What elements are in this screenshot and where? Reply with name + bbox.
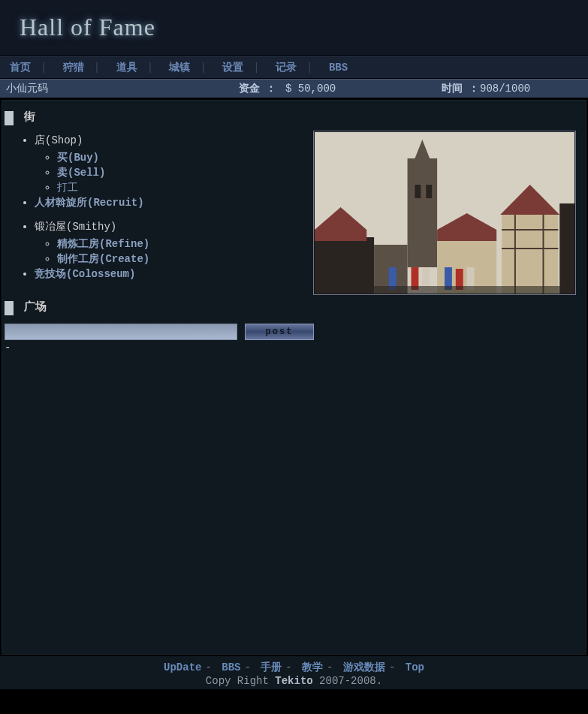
link-colosseum[interactable]: 竞技场(Colosseum) bbox=[35, 268, 135, 280]
nav-town[interactable]: 城镇 bbox=[167, 62, 192, 74]
time-label: 时间 ： bbox=[442, 80, 479, 98]
main-panel: 街 店(Shop) 买(Buy) 卖(Sell) 打工 人材斡旋所(Recrui… bbox=[2, 100, 586, 655]
site-logo: Hall of Fame bbox=[20, 14, 155, 41]
nav-sep: | bbox=[253, 62, 259, 74]
main-nav: 首页| 狩猎| 道具| 城镇| 设置| 记录| BBS bbox=[0, 56, 588, 79]
nav-settings[interactable]: 设置 bbox=[220, 62, 246, 74]
money-label: 资金 ： bbox=[239, 80, 276, 98]
town-image bbox=[313, 131, 576, 295]
list-item: 精炼工房(Refine) bbox=[57, 236, 313, 252]
player-name: 小仙元码 bbox=[6, 80, 48, 98]
svg-rect-15 bbox=[559, 203, 574, 294]
section-street-header: 街 bbox=[5, 110, 583, 126]
nav-record[interactable]: 记录 bbox=[273, 62, 299, 74]
plaza-empty-marker: - bbox=[5, 342, 583, 354]
footer-sep: - bbox=[205, 661, 211, 673]
link-refine[interactable]: 精炼工房(Refine) bbox=[57, 238, 149, 250]
footer: UpDate- BBS- 手册- 教学- 游戏数据- Top Copy Righ… bbox=[0, 656, 588, 689]
plaza-form: post bbox=[5, 324, 583, 340]
footer-link-bbs[interactable]: BBS bbox=[222, 661, 240, 673]
footer-link-gamedata[interactable]: 游戏数据 bbox=[343, 661, 385, 673]
shop-header: 店(Shop) bbox=[35, 134, 83, 146]
svg-rect-2 bbox=[408, 158, 438, 267]
smithy-header: 锻冶屋(Smithy) bbox=[35, 221, 116, 233]
footer-link-manual[interactable]: 手册 bbox=[261, 661, 282, 673]
section-title: 街 bbox=[24, 111, 35, 124]
svg-rect-3 bbox=[415, 185, 421, 198]
nav-sep: | bbox=[147, 62, 153, 74]
list-item: 制作工房(Create) bbox=[57, 252, 313, 267]
section-plaza-header: 广场 bbox=[5, 300, 583, 316]
list-item: 人材斡旋所(Recruit) bbox=[35, 195, 313, 210]
money-value: $ 50,000 bbox=[285, 80, 336, 98]
section-bar-icon bbox=[5, 111, 14, 125]
town-illustration-icon bbox=[315, 132, 574, 294]
list-item: 店(Shop) 买(Buy) 卖(Sell) 打工 bbox=[35, 133, 313, 195]
nav-item[interactable]: 道具 bbox=[114, 62, 140, 74]
list-item: 打工 bbox=[57, 180, 313, 195]
nav-home[interactable]: 首页 bbox=[8, 62, 33, 74]
nav-sep: | bbox=[41, 62, 47, 74]
plaza-message-input[interactable] bbox=[5, 324, 237, 340]
footer-sep: - bbox=[285, 661, 291, 673]
footer-copyright: Copy Right Tekito 2007-2008. bbox=[0, 674, 588, 688]
link-create[interactable]: 制作工房(Create) bbox=[57, 253, 149, 265]
svg-rect-23 bbox=[315, 286, 574, 294]
footer-links: UpDate- BBS- 手册- 教学- 游戏数据- Top bbox=[0, 661, 588, 674]
link-sell[interactable]: 卖(Sell) bbox=[57, 167, 105, 179]
svg-rect-5 bbox=[315, 237, 374, 294]
list-item: 买(Buy) bbox=[57, 150, 313, 165]
footer-link-update[interactable]: UpDate bbox=[164, 661, 201, 673]
list-item: 卖(Sell) bbox=[57, 165, 313, 180]
nav-hunt[interactable]: 狩猎 bbox=[61, 62, 86, 74]
footer-link-top[interactable]: Top bbox=[406, 661, 424, 673]
nav-sep: | bbox=[306, 62, 312, 74]
svg-rect-10 bbox=[502, 215, 558, 294]
link-work[interactable]: 打工 bbox=[57, 182, 78, 194]
nav-bbs[interactable]: BBS bbox=[327, 62, 350, 74]
street-menu: 店(Shop) 买(Buy) 卖(Sell) 打工 人材斡旋所(Recruit)… bbox=[5, 131, 313, 291]
section-bar-icon bbox=[5, 301, 14, 315]
plaza-post-button[interactable]: post bbox=[245, 324, 314, 340]
plaza-section: 广场 post - bbox=[5, 300, 583, 354]
list-item: 锻冶屋(Smithy) 精炼工房(Refine) 制作工房(Create) bbox=[35, 219, 313, 267]
footer-sep: - bbox=[244, 661, 250, 673]
nav-sep: | bbox=[94, 62, 100, 74]
nav-sep: | bbox=[200, 62, 206, 74]
status-bar: 小仙元码 资金 ： $ 50,000 时间 ： 908/1000 bbox=[0, 79, 588, 98]
list-item: 竞技场(Colosseum) bbox=[35, 267, 313, 282]
footer-sep: - bbox=[327, 661, 333, 673]
street-content: 店(Shop) 买(Buy) 卖(Sell) 打工 人材斡旋所(Recruit)… bbox=[5, 131, 583, 295]
link-buy[interactable]: 买(Buy) bbox=[57, 152, 99, 164]
footer-sep: - bbox=[389, 661, 395, 673]
section-title: 广场 bbox=[24, 301, 47, 314]
link-recruit[interactable]: 人材斡旋所(Recruit) bbox=[35, 197, 144, 209]
svg-rect-4 bbox=[426, 185, 432, 198]
time-value: 908/1000 bbox=[480, 80, 530, 98]
header-bar: Hall of Fame bbox=[0, 0, 588, 56]
footer-link-tutorial[interactable]: 教学 bbox=[302, 661, 323, 673]
